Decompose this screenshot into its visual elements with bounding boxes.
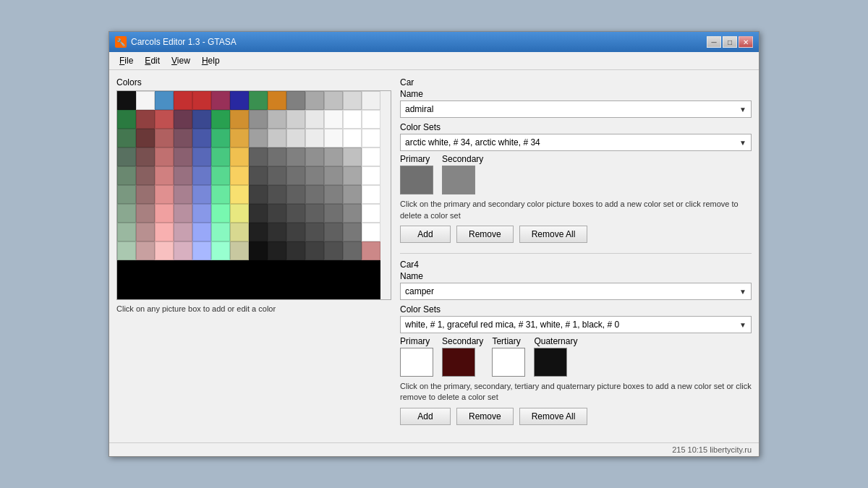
color-cell[interactable] — [155, 279, 174, 298]
color-cell[interactable] — [362, 166, 380, 185]
color-cell[interactable] — [117, 204, 136, 223]
color-cell[interactable] — [286, 147, 305, 166]
close-button[interactable]: ✕ — [739, 36, 753, 48]
color-cell[interactable] — [362, 223, 380, 241]
color-cell[interactable] — [117, 110, 136, 129]
color-cell[interactable] — [136, 241, 155, 260]
car4-quaternary-swatch[interactable] — [534, 348, 567, 377]
color-cell[interactable] — [136, 147, 155, 166]
color-cell[interactable] — [343, 166, 362, 185]
color-cell[interactable] — [324, 298, 343, 300]
menu-help[interactable]: Help — [197, 54, 224, 67]
color-cell[interactable] — [155, 241, 174, 260]
color-cell[interactable] — [136, 204, 155, 223]
color-cell[interactable] — [155, 147, 174, 166]
color-cell[interactable] — [362, 241, 380, 260]
color-cell[interactable] — [249, 204, 268, 223]
color-cell[interactable] — [155, 260, 174, 279]
color-cell[interactable] — [268, 223, 286, 241]
color-cell[interactable] — [117, 129, 136, 147]
color-cell[interactable] — [117, 279, 136, 298]
color-cell[interactable] — [192, 166, 211, 185]
color-cell[interactable] — [155, 223, 174, 241]
color-cell[interactable] — [211, 110, 230, 129]
car4-secondary-swatch[interactable] — [442, 348, 475, 377]
color-cell[interactable] — [230, 241, 249, 260]
color-cell[interactable] — [362, 298, 380, 300]
color-cell[interactable] — [286, 204, 305, 223]
car4-primary-swatch[interactable] — [400, 348, 433, 377]
color-cell[interactable] — [343, 204, 362, 223]
color-cell[interactable] — [136, 110, 155, 129]
car4-remove-button[interactable]: Remove — [456, 408, 514, 425]
color-cell[interactable] — [362, 110, 380, 129]
color-cell[interactable] — [174, 298, 192, 300]
color-cell[interactable] — [324, 279, 343, 298]
color-cell[interactable] — [117, 223, 136, 241]
color-grid[interactable] — [116, 90, 391, 300]
color-cell[interactable] — [174, 204, 192, 223]
color-cell[interactable] — [305, 260, 324, 279]
color-cell[interactable] — [249, 110, 268, 129]
color-cell[interactable] — [192, 147, 211, 166]
color-cell[interactable] — [136, 298, 155, 300]
menu-view[interactable]: View — [167, 54, 195, 67]
color-cell[interactable] — [324, 147, 343, 166]
color-cell[interactable] — [174, 185, 192, 204]
color-cell[interactable] — [324, 166, 343, 185]
color-cell[interactable] — [268, 110, 286, 129]
color-cell[interactable] — [249, 279, 268, 298]
color-cell[interactable] — [211, 166, 230, 185]
color-cell[interactable] — [362, 279, 380, 298]
color-cell[interactable] — [211, 260, 230, 279]
color-cell[interactable] — [343, 110, 362, 129]
color-cell[interactable] — [324, 241, 343, 260]
color-cell[interactable] — [230, 185, 249, 204]
color-cell[interactable] — [174, 260, 192, 279]
color-cell[interactable] — [343, 279, 362, 298]
menu-edit[interactable]: Edit — [140, 54, 164, 67]
color-cell[interactable] — [230, 147, 249, 166]
color-cell[interactable] — [192, 260, 211, 279]
color-cell[interactable] — [136, 185, 155, 204]
car4-colorsets-dropdown[interactable]: white, # 1, graceful red mica, # 31, whi… — [400, 316, 752, 333]
color-cell[interactable] — [117, 166, 136, 185]
color-cell[interactable] — [249, 241, 268, 260]
color-cell[interactable] — [362, 260, 380, 279]
color-cell[interactable] — [136, 223, 155, 241]
car1-secondary-swatch[interactable] — [442, 166, 475, 194]
color-cell[interactable] — [268, 204, 286, 223]
color-cell[interactable] — [136, 279, 155, 298]
color-cell[interactable] — [230, 223, 249, 241]
color-cell[interactable] — [230, 129, 249, 147]
color-cell[interactable] — [174, 110, 192, 129]
color-cell[interactable] — [305, 91, 324, 110]
color-cell[interactable] — [192, 185, 211, 204]
color-cell[interactable] — [211, 91, 230, 110]
color-cell[interactable] — [249, 223, 268, 241]
color-cell[interactable] — [305, 129, 324, 147]
color-cell[interactable] — [268, 279, 286, 298]
color-cell[interactable] — [286, 91, 305, 110]
color-cell[interactable] — [211, 204, 230, 223]
menu-file[interactable]: File — [115, 54, 137, 67]
color-cell[interactable] — [324, 260, 343, 279]
color-cell[interactable] — [174, 223, 192, 241]
color-cell[interactable] — [268, 241, 286, 260]
color-cell[interactable] — [305, 166, 324, 185]
color-cell[interactable] — [155, 204, 174, 223]
color-cell[interactable] — [211, 241, 230, 260]
color-cell[interactable] — [286, 185, 305, 204]
car1-colorsets-dropdown[interactable]: arctic white, # 34, arctic white, # 34 ▼ — [400, 134, 752, 151]
color-cell[interactable] — [305, 241, 324, 260]
color-cell[interactable] — [305, 110, 324, 129]
color-cell[interactable] — [268, 260, 286, 279]
color-cell[interactable] — [174, 166, 192, 185]
color-cell[interactable] — [230, 260, 249, 279]
color-cell[interactable] — [324, 223, 343, 241]
color-cell[interactable] — [117, 185, 136, 204]
color-cell[interactable] — [174, 91, 192, 110]
color-cell[interactable] — [192, 129, 211, 147]
color-cell[interactable] — [343, 223, 362, 241]
car1-add-button[interactable]: Add — [400, 226, 451, 243]
